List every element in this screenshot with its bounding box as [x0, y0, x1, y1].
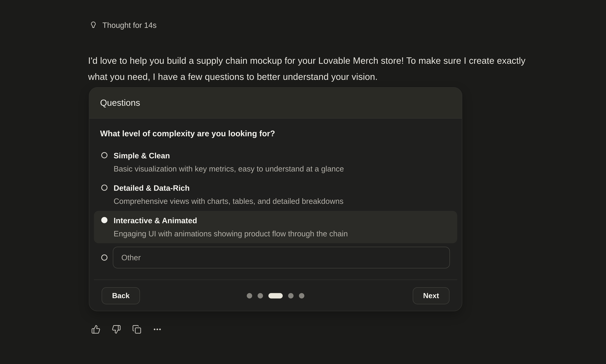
- pagination-dot[interactable]: [299, 293, 304, 299]
- copy-icon: [132, 325, 141, 334]
- thumbs-up-button[interactable]: [91, 325, 101, 334]
- questions-card-header: Questions: [89, 88, 462, 119]
- pagination-dot[interactable]: [288, 293, 294, 299]
- option-label: Interactive & Animated: [114, 214, 348, 227]
- thumbs-up-icon: [91, 325, 101, 334]
- radio-icon[interactable]: [101, 217, 108, 223]
- chat-message-region: Thought for 14s I'd love to help you bui…: [0, 0, 606, 364]
- question-text: What level of complexity are you looking…: [94, 128, 457, 139]
- other-option-input[interactable]: [113, 247, 450, 268]
- back-button[interactable]: Back: [102, 287, 140, 304]
- option-interactive-animated[interactable]: Interactive & Animated Engaging UI with …: [94, 211, 457, 243]
- option-label: Detailed & Data-Rich: [114, 182, 344, 195]
- assistant-message-text: I'd love to help you build a supply chai…: [88, 52, 544, 85]
- thumbs-down-button[interactable]: [112, 325, 121, 334]
- radio-icon[interactable]: [101, 152, 108, 158]
- message-actions: [91, 325, 162, 334]
- questions-card-footer: Back Next: [94, 280, 457, 311]
- option-description: Engaging UI with animations showing prod…: [114, 227, 348, 240]
- option-detailed-data-rich[interactable]: Detailed & Data-Rich Comprehensive views…: [94, 178, 457, 211]
- lightbulb-icon: [89, 21, 97, 30]
- questions-card: Questions What level of complexity are y…: [89, 87, 462, 311]
- more-options-icon: [153, 325, 162, 334]
- option-description: Basic visualization with key metrics, ea…: [114, 162, 344, 175]
- thumbs-down-icon: [112, 325, 121, 334]
- radio-icon[interactable]: [101, 254, 108, 261]
- option-simple-clean[interactable]: Simple & Clean Basic visualization with …: [94, 146, 457, 178]
- pagination-dot[interactable]: [258, 293, 263, 299]
- more-options-button[interactable]: [153, 325, 162, 334]
- card-title: Questions: [100, 98, 140, 108]
- option-description: Comprehensive views with charts, tables,…: [114, 195, 344, 208]
- radio-icon[interactable]: [101, 185, 108, 191]
- pagination-dot[interactable]: [269, 293, 283, 299]
- option-label: Simple & Clean: [114, 149, 344, 162]
- copy-button[interactable]: [132, 325, 141, 334]
- option-other[interactable]: [94, 243, 457, 268]
- questions-card-body: What level of complexity are you looking…: [89, 119, 462, 311]
- next-button[interactable]: Next: [413, 287, 449, 304]
- pagination-dot[interactable]: [247, 293, 252, 299]
- thought-label: Thought for 14s: [102, 21, 157, 30]
- pagination-dots: [247, 293, 304, 299]
- thought-summary-toggle[interactable]: Thought for 14s: [89, 21, 157, 30]
